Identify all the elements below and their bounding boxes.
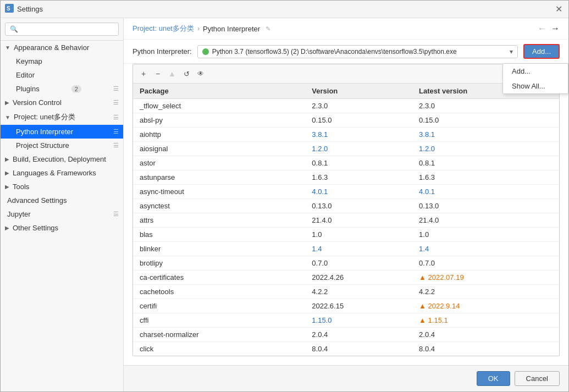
- package-version: 1.2.0: [305, 142, 412, 156]
- table-row[interactable]: async-timeout4.0.14.0.1: [133, 185, 559, 199]
- table-row[interactable]: ca-certificates2022.4.26▲ 2022.07.19: [133, 270, 559, 285]
- package-version: 0.7.0: [305, 256, 412, 270]
- table-row[interactable]: astor0.8.10.8.1: [133, 156, 559, 170]
- panel-icon: ☰: [113, 211, 119, 218]
- package-version: 21.4.0: [305, 213, 412, 228]
- table-row[interactable]: click8.0.48.0.4: [133, 342, 559, 356]
- svg-text:S: S: [7, 5, 10, 12]
- package-version: 3.8.1: [305, 128, 412, 142]
- package-version: 1.0: [305, 228, 412, 242]
- interpreter-select[interactable]: Python 3.7 (tensorflow3.5) (2) D:\softwa…: [197, 45, 518, 58]
- package-latest-version: 8.0.4: [412, 342, 559, 356]
- package-latest-version: 21.4.0: [412, 213, 559, 228]
- interpreter-label: Python Interpreter:: [132, 47, 192, 56]
- package-name: ca-certificates: [133, 270, 305, 285]
- package-version: 4.2.2: [305, 285, 412, 299]
- package-name: charset-normalizer: [133, 328, 305, 342]
- sidebar-item-label: Python Interpreter: [16, 128, 73, 136]
- add-dropdown-menu: Add... Show All...: [502, 63, 568, 94]
- sidebar-item-project[interactable]: ▼ Project: unet多分类 ☰: [1, 109, 123, 125]
- package-latest-version: ▲ 2022.07.19: [412, 270, 559, 285]
- package-version: 4.0.1: [305, 185, 412, 199]
- sidebar-item-label: Project: unet多分类: [14, 112, 75, 122]
- sidebar-item-label: Tools: [13, 183, 29, 191]
- col-version[interactable]: Version: [305, 84, 412, 99]
- sidebar-item-other[interactable]: ▶ Other Settings: [1, 221, 123, 235]
- add-package-button[interactable]: +: [137, 68, 150, 80]
- remove-package-button[interactable]: −: [152, 68, 164, 80]
- dropdown-item-show-all[interactable]: Show All...: [503, 79, 568, 93]
- package-name: click: [133, 342, 305, 356]
- sidebar-item-editor[interactable]: Editor: [1, 68, 123, 82]
- table-row[interactable]: brotlipy0.7.00.7.0: [133, 256, 559, 270]
- packages-toolbar: + − ▲ ↺ 👁: [133, 64, 559, 84]
- sidebar-item-version-control[interactable]: ▶ Version Control ☰: [1, 96, 123, 109]
- table-row[interactable]: blinker1.41.4: [133, 242, 559, 256]
- breadcrumb-project[interactable]: Project: unet多分类: [132, 24, 194, 34]
- sidebar-item-build[interactable]: ▶ Build, Execution, Deployment: [1, 152, 123, 166]
- package-latest-version: 1.6.3: [412, 170, 559, 185]
- panel-icon: ☰: [113, 114, 119, 121]
- close-button[interactable]: ✕: [553, 4, 564, 15]
- package-version: 2022.6.15: [305, 299, 412, 313]
- table-row[interactable]: attrs21.4.021.4.0: [133, 213, 559, 228]
- sidebar-item-label: Other Settings: [13, 224, 58, 232]
- breadcrumb-separator: ›: [197, 25, 200, 32]
- expand-arrow: ▶: [5, 170, 9, 176]
- package-latest-version: 4.2.2: [412, 285, 559, 299]
- col-package[interactable]: Package: [133, 84, 305, 99]
- nav-forward-arrow[interactable]: →: [551, 24, 560, 34]
- eye-button[interactable]: 👁: [195, 68, 207, 80]
- package-name: absl-py: [133, 113, 305, 128]
- sidebar-item-keymap[interactable]: Keymap: [1, 54, 123, 68]
- breadcrumb-edit-icon[interactable]: ✎: [266, 25, 270, 32]
- sidebar-item-jupyter[interactable]: Jupyter ☰: [1, 207, 123, 221]
- sidebar-item-python-interpreter[interactable]: Python Interpreter ☰: [1, 125, 123, 139]
- sidebar-item-languages[interactable]: ▶ Languages & Frameworks: [1, 166, 123, 180]
- package-version: 2022.4.26: [305, 270, 412, 285]
- sidebar-item-tools[interactable]: ▶ Tools: [1, 180, 123, 194]
- sidebar-item-appearance[interactable]: ▼ Appearance & Behavior: [1, 41, 123, 54]
- package-name: aiohttp: [133, 128, 305, 142]
- sidebar-item-advanced[interactable]: Advanced Settings: [1, 194, 123, 207]
- sidebar-item-project-structure[interactable]: Project Structure ☰: [1, 139, 123, 152]
- dropdown-item-add[interactable]: Add...: [503, 64, 568, 79]
- table-row[interactable]: aiosignal1.2.01.2.0: [133, 142, 559, 156]
- package-version: 2.3.0: [305, 99, 412, 113]
- table-row[interactable]: astunparse1.6.31.6.3: [133, 170, 559, 185]
- right-panel: Project: unet多分类 › Python Interpreter ✎ …: [124, 18, 568, 391]
- refresh-button[interactable]: ↺: [180, 68, 192, 80]
- package-latest-version: 4.0.1: [412, 185, 559, 199]
- table-row[interactable]: certifi2022.6.15▲ 2022.9.14: [133, 299, 559, 313]
- table-row[interactable]: cachetools4.2.24.2.2: [133, 285, 559, 299]
- package-name: cachetools: [133, 285, 305, 299]
- sidebar-item-label: Build, Execution, Deployment: [13, 155, 106, 163]
- package-version: 8.0.4: [305, 342, 412, 356]
- table-row[interactable]: absl-py0.15.00.15.0: [133, 113, 559, 128]
- table-row[interactable]: blas1.01.0: [133, 228, 559, 242]
- table-row[interactable]: cffi1.15.0▲ 1.15.1: [133, 313, 559, 328]
- package-latest-version: 0.8.1: [412, 156, 559, 170]
- sidebar-item-label: Languages & Frameworks: [13, 169, 96, 177]
- table-row[interactable]: _tflow_select2.3.02.3.0: [133, 99, 559, 113]
- package-version: 2.0.4: [305, 328, 412, 342]
- table-row[interactable]: asynctest0.13.00.13.0: [133, 199, 559, 213]
- package-latest-version: 3.8.1: [412, 128, 559, 142]
- add-button[interactable]: Add...: [523, 44, 560, 59]
- update-package-button[interactable]: ▲: [166, 68, 178, 80]
- sidebar-item-plugins[interactable]: Plugins 2 ☰: [1, 82, 123, 96]
- package-latest-version: 1.2.0: [412, 142, 559, 156]
- package-name: aiosignal: [133, 142, 305, 156]
- table-row[interactable]: aiohttp3.8.13.8.1: [133, 128, 559, 142]
- cancel-button[interactable]: Cancel: [515, 371, 560, 386]
- search-input[interactable]: [5, 23, 119, 36]
- sidebar-item-label: Version Control: [13, 98, 62, 107]
- package-name: blinker: [133, 242, 305, 256]
- expand-arrow: ▼: [5, 45, 10, 51]
- nav-back-arrow[interactable]: ←: [538, 24, 546, 34]
- ok-button[interactable]: OK: [477, 371, 510, 386]
- search-box: [1, 18, 123, 41]
- panel-icon: ☰: [113, 99, 119, 106]
- settings-window: S Settings ✕ ▼ Appearance & Behavior Key…: [0, 0, 569, 392]
- table-row[interactable]: charset-normalizer2.0.42.0.4: [133, 328, 559, 342]
